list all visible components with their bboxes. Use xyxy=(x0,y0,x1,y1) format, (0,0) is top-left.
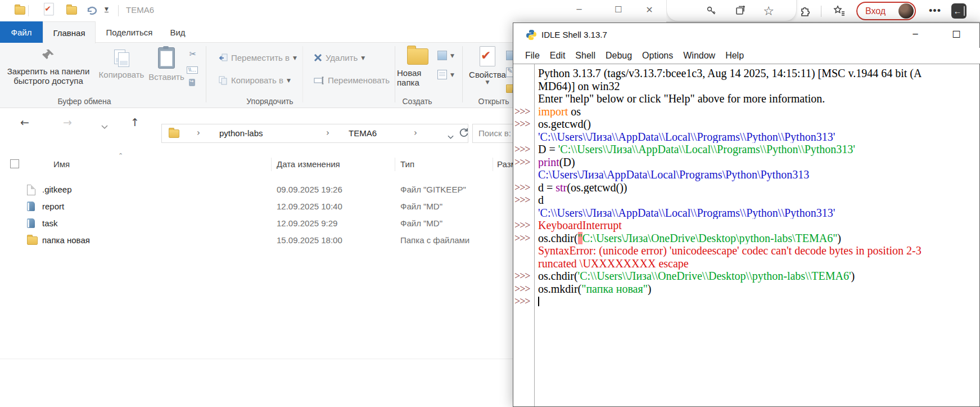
new-item-caret-icon: ▼ xyxy=(450,72,454,78)
column-header-1[interactable]: Дата изменения xyxy=(277,159,340,169)
shell-line: >>>D = 'C:\\Users\\Лиза\\AppData\\Local\… xyxy=(513,143,979,156)
qat-properties-icon[interactable] xyxy=(44,3,54,15)
back-button[interactable]: ← xyxy=(20,116,29,128)
shell-line: runcated \UXXXXXXXX escape xyxy=(513,257,979,270)
error-highlight: " xyxy=(578,232,582,244)
shell-line: >>>d = str(os.getcwd()) xyxy=(513,181,979,194)
shell-prompt xyxy=(513,257,534,270)
menu-debug[interactable]: Debug xyxy=(600,51,637,61)
menu-shell[interactable]: Shell xyxy=(570,51,600,61)
copy-path-icon[interactable]: \\… xyxy=(187,66,198,74)
delete-button[interactable]: Удалить ▼ xyxy=(314,53,365,62)
file-date: 12.09.2025 9:29 xyxy=(277,218,337,228)
favorites-star-icon[interactable]: ☆ xyxy=(760,2,777,19)
shell-prompt: >>> xyxy=(513,105,534,118)
signin-button[interactable]: Вход xyxy=(856,2,916,20)
cut-icon[interactable]: ✂ xyxy=(188,50,198,59)
new-folder-button[interactable]: Новая папка xyxy=(397,48,439,87)
rename-button[interactable]: Переименовать xyxy=(314,75,390,85)
paste-button[interactable]: Вставить xyxy=(145,47,188,82)
menu-window[interactable]: Window xyxy=(678,51,720,61)
qat-dropdown-icon[interactable]: ▼ xyxy=(105,7,109,12)
folder-icon xyxy=(27,235,38,245)
delete-caret-icon: ▼ xyxy=(361,55,365,61)
menu-options[interactable]: Options xyxy=(637,51,678,61)
qat-folder-icon[interactable] xyxy=(66,6,77,15)
breadcrumb-tema6[interactable]: TEMA6 xyxy=(349,128,377,138)
properties-button[interactable]: Свойства ▼ xyxy=(470,46,505,85)
md-file-icon xyxy=(27,218,35,228)
browser-menu-button[interactable]: ••• xyxy=(927,2,943,19)
group-label-open[interactable]: Открыть xyxy=(478,97,509,106)
group-label-organize[interactable]: Упорядочить xyxy=(246,97,293,106)
new-item-button[interactable]: ▼ xyxy=(437,70,454,79)
explorer-minimize-button[interactable]: ─ xyxy=(567,0,591,19)
copy-to-label: Копировать в xyxy=(231,75,283,85)
tab-home[interactable]: Главная xyxy=(43,21,96,43)
shell-text-area[interactable]: Python 3.13.7 (tags/v3.13.7:bcee1c3, Aug… xyxy=(513,64,979,406)
move-to-button[interactable]: Переместить в ▼ xyxy=(218,53,297,62)
pin-to-quick-access-button[interactable]: Закрепить на панели быстрого доступа xyxy=(3,48,93,86)
breadcrumb-chevron-2: › xyxy=(326,128,329,138)
address-dropdown-icon[interactable] xyxy=(448,132,454,142)
explorer-maximize-button[interactable]: ☐ xyxy=(606,0,631,19)
menu-edit[interactable]: Edit xyxy=(545,51,571,61)
shell-line: >>>print(D) xyxy=(513,156,979,169)
shell-prompt: >>> xyxy=(513,219,534,232)
idle-menubar: FileEditShellDebugOptionsWindowHelp xyxy=(513,48,980,64)
password-key-icon[interactable] xyxy=(703,2,720,19)
up-button[interactable]: ↑ xyxy=(130,116,139,128)
idle-window-title: IDLE Shell 3.13.7 xyxy=(541,30,607,39)
group-label-clipboard[interactable]: Буфер обмена xyxy=(57,97,111,106)
file-name: .gitkeep xyxy=(42,185,72,194)
copy-to-caret-icon: ▼ xyxy=(287,78,291,83)
select-all-checkbox[interactable] xyxy=(10,159,19,168)
tab-file[interactable]: Файл xyxy=(0,21,43,43)
easy-access-icon xyxy=(437,51,447,60)
explorer-app-icon xyxy=(15,6,25,15)
avatar xyxy=(898,3,914,19)
file-date: 15.09.2025 18:00 xyxy=(277,235,342,245)
file-date: 09.09.2025 19:26 xyxy=(277,185,342,194)
favorites-bar-icon[interactable] xyxy=(831,2,848,19)
properties-icon xyxy=(480,46,495,66)
qat-separator xyxy=(28,5,29,16)
explorer-close-button[interactable]: ✕ xyxy=(637,0,662,19)
subgroup-separator xyxy=(302,46,303,102)
shell-line: >>>KeyboardInterrupt xyxy=(513,219,979,232)
file-type: Файл "MD" xyxy=(400,218,442,228)
signin-label: Вход xyxy=(865,6,886,16)
qat-undo-icon[interactable] xyxy=(85,4,98,15)
shell-line: >>>d xyxy=(513,194,979,207)
idle-minimize-button[interactable]: ─ xyxy=(903,23,928,46)
collections-icon[interactable] xyxy=(732,2,749,19)
explorer-titlebar: ▼ TEMA6 ─ ☐ ✕ xyxy=(0,0,666,21)
copy-to-button[interactable]: Копировать в ▼ xyxy=(218,75,291,85)
group-label-create[interactable]: Создать xyxy=(402,97,432,106)
shell-prompt xyxy=(513,207,534,220)
file-name: папка новая xyxy=(42,235,90,245)
tab-view[interactable]: Вид xyxy=(163,21,192,43)
paste-shortcut-icon[interactable] xyxy=(189,79,195,86)
column-header-2[interactable]: Тип xyxy=(400,159,414,169)
extensions-puzzle-icon[interactable] xyxy=(797,2,814,19)
column-header-0[interactable]: Имя xyxy=(53,159,70,169)
move-to-caret-icon: ▼ xyxy=(293,55,297,61)
easy-access-button[interactable]: ▼ xyxy=(437,51,454,60)
copy-button[interactable]: Копировать xyxy=(94,50,148,79)
new-folder-label: Новая папка xyxy=(397,68,439,87)
shell-prompt: >>> xyxy=(513,156,534,169)
file-type: Папка с файлами xyxy=(400,235,469,245)
tab-share[interactable]: Поделиться xyxy=(103,21,155,43)
refresh-icon[interactable] xyxy=(458,127,469,141)
shell-prompt xyxy=(513,244,534,257)
address-bar[interactable]: › python-labs › TEMA6 › xyxy=(161,124,468,143)
forward-button[interactable]: → xyxy=(63,116,72,128)
menu-help[interactable]: Help xyxy=(720,51,749,61)
shell-line: C:\Users\Лиза\AppData\Local\Programs\Pyt… xyxy=(513,168,979,181)
breadcrumb-python-labs[interactable]: python-labs xyxy=(219,128,263,138)
sidebar-toggle-icon[interactable]: ← xyxy=(951,3,967,19)
idle-maximize-button[interactable]: ☐ xyxy=(944,23,969,46)
recent-locations-chevron-icon[interactable] xyxy=(101,122,108,132)
menu-file[interactable]: File xyxy=(520,51,545,61)
